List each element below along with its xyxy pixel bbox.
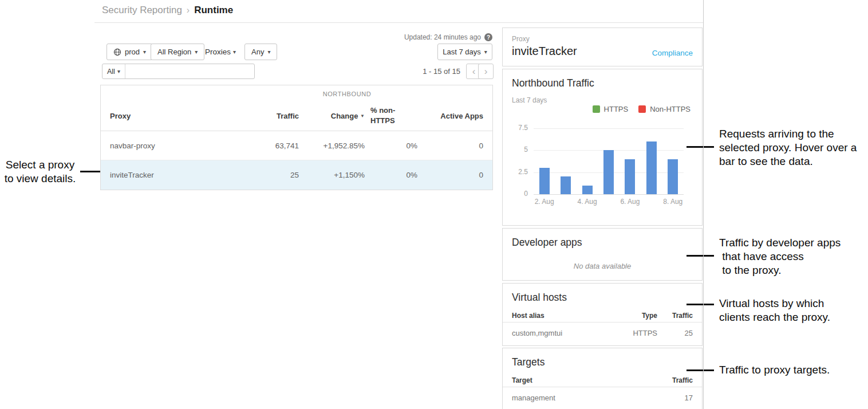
legend-swatch-https — [593, 105, 600, 113]
cell-traffic: 63,741 — [244, 141, 299, 150]
legend-item-non-https: Non-HTTPS — [638, 105, 691, 113]
environment-dropdown[interactable]: prod ▾ — [106, 44, 153, 60]
caret-down-icon: ▾ — [195, 49, 198, 55]
chart-bar-slot — [534, 128, 555, 194]
cell-change: +1,952.85% — [299, 141, 365, 150]
annotation-virtual-hosts: Virtual hosts by which clients reach the… — [719, 297, 830, 324]
column-header-traffic[interactable]: Traffic — [244, 112, 299, 120]
search-input[interactable] — [125, 64, 254, 78]
annotation-virtual-hosts-line2: clients reach the proxy. — [719, 310, 830, 324]
column-header-non-https-line1: % non- — [370, 105, 417, 116]
annotation-developer-apps-line1: Traffic by developer apps — [719, 236, 841, 250]
breadcrumb-runtime: Runtime — [194, 5, 233, 16]
date-range-label: Last 7 days — [443, 48, 481, 56]
developer-apps-card: Developer apps No data available — [502, 228, 703, 281]
column-header-proxy[interactable]: Proxy — [110, 112, 244, 120]
virtual-hosts-title: Virtual hosts — [512, 292, 567, 304]
chart-bar-2-aug[interactable] — [539, 168, 550, 194]
column-header-type: Type — [613, 312, 657, 320]
target-row: management 17 — [503, 388, 702, 407]
northbound-traffic-title: Northbound Traffic — [512, 77, 594, 89]
chart-y-tick-label: 5 — [503, 145, 528, 154]
chevron-left-icon: ‹ — [472, 66, 476, 76]
chart-bar-6-aug[interactable] — [625, 159, 635, 194]
chart-x-tick-label: 4. Aug — [577, 198, 598, 206]
cell-proxy: navbar-proxy — [110, 141, 244, 150]
column-header-non-https-line2: HTTPS — [370, 116, 417, 126]
proxies-dropdown[interactable]: Proxies ▾ — [205, 48, 236, 56]
chart-bar-4-aug[interactable] — [582, 186, 593, 194]
chart-bar-slot — [641, 128, 662, 194]
northbound-chart-plot — [534, 128, 684, 194]
chart-bar-3-aug[interactable] — [561, 176, 571, 194]
annotation-select-proxy-line2: to view details. — [1, 172, 79, 186]
breadcrumb-security-reporting[interactable]: Security Reporting — [102, 5, 182, 16]
table-row-invitetracker-selected[interactable]: inviteTracker 25 +1,150% 0% 0 — [101, 160, 492, 190]
chart-subtitle: Last 7 days — [512, 96, 547, 104]
search-scope-dropdown[interactable]: All ▾ — [102, 64, 125, 78]
date-range-dropdown[interactable]: Last 7 days ▾ — [437, 44, 492, 60]
cell-active-apps: 0 — [417, 141, 483, 150]
annotation-chart: Requests arriving to the selected proxy.… — [719, 127, 857, 168]
column-header-active-apps[interactable]: Active Apps — [417, 112, 483, 120]
chart-x-tick-label: 8. Aug — [662, 198, 684, 206]
cell-host-alias: custom,mgmtui — [512, 329, 613, 337]
chart-bar-5-aug[interactable] — [603, 150, 614, 194]
next-page-button[interactable]: › — [478, 64, 494, 79]
chart-x-tick-label — [641, 198, 662, 206]
chart-bar-7-aug[interactable] — [646, 141, 657, 194]
cell-change: +1,150% — [299, 171, 365, 179]
annotation-developer-apps: Traffic by developer apps that have acce… — [719, 236, 841, 277]
chart-x-tick-label: 6. Aug — [620, 198, 641, 206]
legend-swatch-non-https — [638, 105, 646, 113]
targets-title: Targets — [512, 356, 545, 368]
developer-apps-title: Developer apps — [512, 237, 582, 249]
pagination-range: 1 - 15 of 15 — [423, 67, 460, 76]
chart-y-axis: 02.557.5 — [503, 128, 528, 194]
annotation-select-proxy-line1: Select a proxy — [1, 158, 79, 172]
search-scope-label: All — [107, 68, 115, 76]
targets-card: Targets Target Traffic management 17 — [502, 348, 703, 409]
annotation-line-developer-apps — [686, 255, 714, 257]
annotation-targets-line1: Traffic to proxy targets. — [719, 363, 830, 377]
cell-non-https: 0% — [365, 171, 417, 179]
legend-label-https: HTTPS — [604, 105, 629, 113]
header-divider — [94, 22, 703, 23]
developer-apps-empty-message: No data available — [503, 262, 702, 270]
caret-down-icon: ▾ — [267, 49, 270, 55]
virtual-hosts-header-row: Host alias Type Traffic — [503, 309, 702, 323]
region-label: All Region — [157, 48, 191, 56]
chart-bar-slot — [598, 128, 619, 194]
chart-x-tick-label — [555, 198, 576, 206]
help-icon[interactable]: ? — [484, 33, 492, 41]
chart-bar-slot — [577, 128, 598, 194]
globe-icon — [113, 48, 121, 56]
chart-bar-8-aug[interactable] — [668, 159, 678, 194]
proxy-search-group: All ▾ — [102, 64, 255, 79]
chart-y-tick-label: 0 — [503, 190, 528, 198]
region-dropdown[interactable]: All Region ▾ — [151, 44, 204, 60]
table-row-navbar-proxy[interactable]: navbar-proxy 63,741 +1,952.85% 0% 0 — [101, 131, 492, 160]
compliance-link[interactable]: Compliance — [652, 49, 693, 57]
northbound-traffic-card: Northbound Traffic Last 7 days HTTPS Non… — [502, 69, 703, 226]
cell-non-https: 0% — [365, 141, 417, 150]
table-group-row: NORTHBOUND — [101, 85, 492, 101]
cell-traffic: 17 — [657, 394, 693, 402]
any-dropdown[interactable]: Any ▾ — [244, 44, 277, 60]
caret-down-icon: ▾ — [117, 69, 120, 74]
column-header-non-https[interactable]: % non- HTTPS — [365, 105, 417, 125]
chart-bar-slot — [662, 128, 684, 194]
column-header-target: Target — [512, 376, 657, 384]
environment-label: prod — [125, 48, 140, 56]
breadcrumb-separator-icon: › — [187, 5, 190, 15]
chart-bar-slot — [555, 128, 576, 194]
column-header-traffic: Traffic — [657, 376, 693, 384]
column-header-traffic: Traffic — [657, 312, 693, 320]
chart-bars — [534, 128, 684, 194]
annotation-developer-apps-line2: that have access — [719, 250, 841, 264]
caret-down-icon: ▾ — [484, 49, 487, 55]
any-label: Any — [251, 48, 264, 56]
column-header-change[interactable]: Change ▼ — [299, 112, 365, 120]
annotation-line-virtual-hosts — [686, 304, 714, 305]
chart-y-tick-label: 7.5 — [503, 124, 528, 132]
